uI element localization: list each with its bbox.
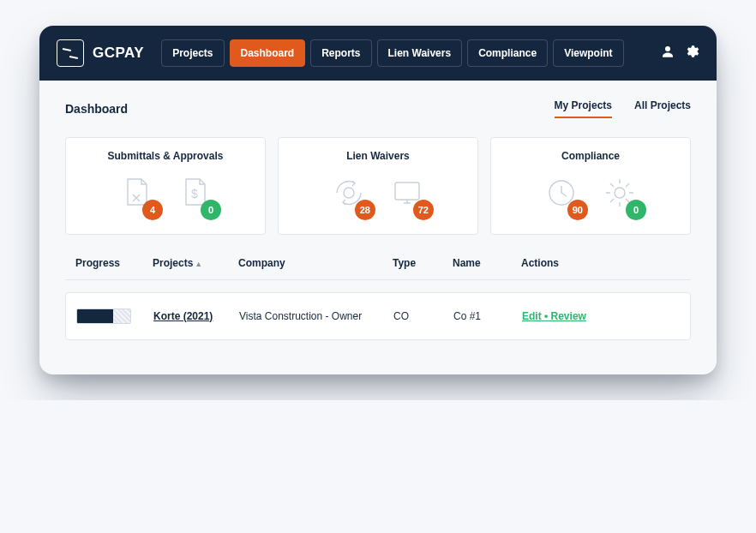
svg-point-2 xyxy=(344,188,354,198)
th-progress[interactable]: Progress xyxy=(75,257,153,269)
stat-submittals-rejected[interactable]: 4 xyxy=(113,174,159,217)
table-row: Korte (2021) Vista Construction - Owner … xyxy=(65,292,691,340)
logo-icon xyxy=(57,39,84,67)
page-title: Dashboard xyxy=(65,102,128,116)
stat-submittals-approved[interactable]: $ 0 xyxy=(171,174,218,217)
nav-lien-waivers[interactable]: Lien Waivers xyxy=(377,39,463,67)
nav-compliance[interactable]: Compliance xyxy=(467,39,548,67)
logo[interactable]: GCPAY xyxy=(57,39,144,67)
status-badge: 0 xyxy=(626,200,646,220)
nav-projects[interactable]: Projects xyxy=(161,39,224,67)
svg-point-0 xyxy=(665,46,670,51)
status-badge: 72 xyxy=(413,200,434,220)
th-company[interactable]: Company xyxy=(238,257,393,269)
card-lien-waivers: Lien Waivers 28 72 xyxy=(278,137,478,235)
cell-actions: Edit • Review xyxy=(522,310,680,322)
cell-progress xyxy=(76,308,153,324)
sort-asc-icon: ▲ xyxy=(195,260,202,268)
project-link[interactable]: Korte (2021) xyxy=(153,310,213,322)
th-actions[interactable]: Actions xyxy=(521,257,681,269)
th-projects-label: Projects xyxy=(153,257,193,269)
tab-all-projects[interactable]: All Projects xyxy=(634,99,691,118)
header-actions xyxy=(660,44,699,63)
cell-name: Co #1 xyxy=(453,310,522,322)
card-submittals: Submittals & Approvals 4 $ 0 xyxy=(65,137,266,235)
stat-lien-processing[interactable]: 28 xyxy=(326,174,372,217)
stat-compliance-overdue[interactable]: 90 xyxy=(538,174,585,217)
header: GCPAY Projects Dashboard Reports Lien Wa… xyxy=(39,26,717,81)
svg-rect-3 xyxy=(395,183,419,200)
svg-point-5 xyxy=(615,188,625,198)
progress-bar xyxy=(76,308,131,324)
summary-cards: Submittals & Approvals 4 $ 0 Lien Waiver… xyxy=(65,137,691,235)
logo-text: GCPAY xyxy=(93,45,144,62)
status-badge: 28 xyxy=(355,200,375,220)
card-stats: 90 0 xyxy=(500,174,681,217)
th-projects[interactable]: Projects▲ xyxy=(153,257,238,269)
nav-dashboard[interactable]: Dashboard xyxy=(230,39,306,67)
card-title: Lien Waivers xyxy=(287,150,469,162)
project-tabs: My Projects All Projects xyxy=(555,99,691,118)
cell-company: Vista Construction - Owner xyxy=(239,310,393,322)
cell-project: Korte (2021) xyxy=(153,310,239,322)
stat-lien-pending[interactable]: 72 xyxy=(384,174,430,217)
status-badge: 90 xyxy=(567,200,588,220)
main-nav: Projects Dashboard Reports Lien Waivers … xyxy=(161,39,648,67)
user-icon[interactable] xyxy=(660,44,675,63)
app-window: GCPAY Projects Dashboard Reports Lien Wa… xyxy=(39,26,717,374)
th-type[interactable]: Type xyxy=(393,257,453,269)
card-title: Compliance xyxy=(500,150,681,162)
nav-reports[interactable]: Reports xyxy=(310,39,371,67)
content: Dashboard My Projects All Projects Submi… xyxy=(39,81,717,374)
nav-viewpoint[interactable]: Viewpoint xyxy=(553,39,623,67)
status-badge: 4 xyxy=(142,200,163,220)
gear-icon[interactable] xyxy=(684,44,699,63)
tab-my-projects[interactable]: My Projects xyxy=(555,99,612,118)
action-edit-review[interactable]: Edit • Review xyxy=(522,310,586,322)
page-head: Dashboard My Projects All Projects xyxy=(65,99,691,118)
status-badge: 0 xyxy=(201,200,221,220)
th-name[interactable]: Name xyxy=(453,257,521,269)
table-header: Progress Projects▲ Company Type Name Act… xyxy=(65,257,691,280)
card-compliance: Compliance 90 0 xyxy=(490,137,691,235)
card-title: Submittals & Approvals xyxy=(75,150,256,162)
card-stats: 28 72 xyxy=(287,174,469,217)
stat-compliance-ok[interactable]: 0 xyxy=(597,174,643,217)
card-stats: 4 $ 0 xyxy=(75,174,256,217)
svg-text:$: $ xyxy=(191,187,198,201)
cell-type: CO xyxy=(393,310,453,322)
progress-fill xyxy=(77,309,113,323)
